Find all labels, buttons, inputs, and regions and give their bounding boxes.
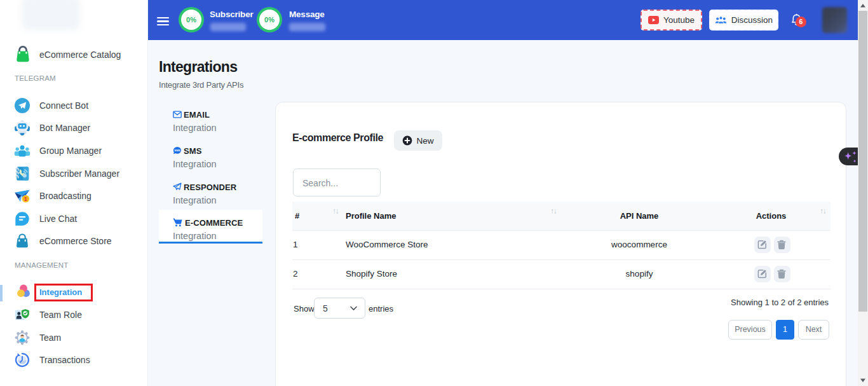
svg-text:SMS: SMS — [174, 149, 180, 152]
svg-text:1: 1 — [24, 196, 27, 202]
